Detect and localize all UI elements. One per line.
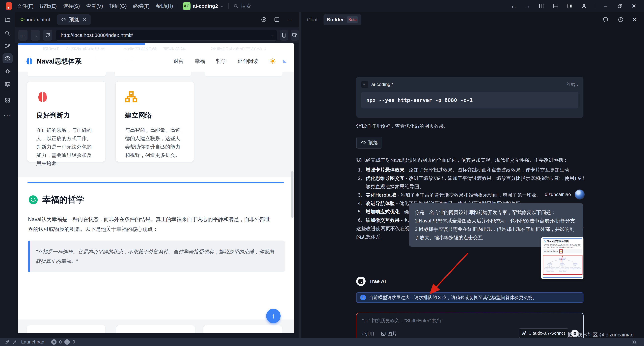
site-brand[interactable]: Naval思想体系 bbox=[25, 57, 82, 66]
preview-eye-icon bbox=[61, 17, 66, 22]
url-text: http://localhost:8080/index.html# bbox=[61, 32, 133, 38]
preview-panel-icon[interactable] bbox=[2, 53, 12, 63]
page-scrollbar-thumb[interactable] bbox=[291, 171, 294, 218]
sun-icon[interactable] bbox=[270, 58, 276, 64]
toggle-right-sidebar-icon[interactable] bbox=[566, 3, 573, 9]
assistant-header: Trae AI bbox=[356, 277, 386, 286]
beta-badge: Beta bbox=[347, 16, 358, 23]
info-icon: i bbox=[360, 295, 366, 300]
toggle-bottom-panel-icon[interactable] bbox=[552, 3, 559, 9]
browser-forward-button[interactable]: → bbox=[31, 30, 40, 40]
notifications-muted-icon[interactable] bbox=[632, 339, 637, 345]
menu-selection[interactable]: 选择(S) bbox=[63, 3, 80, 9]
notice-text: 当前模型请求量过大，请求排队约 3 位，请稍候或切换至其他模型问答体验更流畅。 bbox=[369, 295, 537, 301]
terminal-icon[interactable] bbox=[2, 79, 12, 89]
list-item: 1.增强卡片悬停效果 - 添加了光泽扫过效果、图标弹跳动画和点击波纹效果，使卡片… bbox=[356, 166, 584, 174]
section-divider bbox=[28, 182, 284, 183]
smiley-icon bbox=[28, 195, 38, 205]
divider bbox=[543, 238, 582, 239]
launchpad-button[interactable]: Launchpad bbox=[21, 339, 44, 345]
image-button[interactable]: 图片 bbox=[381, 331, 397, 337]
attachment-thumbnail[interactable]: Naval思想体系导图 以下思维导图展示了Naval思想体系的主要组成部分及其相… bbox=[541, 237, 584, 279]
tab-index-html[interactable]: <> index.html bbox=[15, 14, 54, 25]
history-back-button[interactable]: ← bbox=[510, 3, 517, 9]
minimize-button[interactable]: – bbox=[602, 3, 609, 9]
search-icon[interactable] bbox=[2, 28, 12, 38]
errors-count[interactable]: 0 bbox=[59, 339, 62, 345]
menu-file[interactable]: 文件(F) bbox=[17, 3, 34, 9]
menu-help[interactable]: 帮助(H) bbox=[156, 3, 173, 9]
chevron-down-icon: ⌄ bbox=[220, 4, 224, 8]
nav-philosophy[interactable]: 哲学 bbox=[216, 58, 226, 65]
extensions-icon[interactable] bbox=[2, 95, 12, 105]
close-panel-icon[interactable]: ✕ bbox=[632, 16, 637, 23]
tab-builder[interactable]: Builder Beta bbox=[324, 14, 361, 25]
url-history-chevron-icon[interactable]: ⌄ bbox=[270, 33, 274, 37]
warnings-count[interactable]: 0 bbox=[72, 339, 75, 345]
ai-chat-panel: Chat Builder Beta ✕ >_ ai-coding2 终端 › n… bbox=[301, 12, 644, 338]
nav-reading[interactable]: 延伸阅读 bbox=[238, 58, 258, 65]
url-input[interactable]: http://localhost:8080/index.html# ⌄ bbox=[56, 30, 277, 40]
close-window-button[interactable]: ✕ bbox=[630, 3, 637, 9]
card-bottom-stub bbox=[114, 72, 191, 76]
workspace-name: ai-coding2 bbox=[193, 3, 218, 9]
card-title: 良好判断力 bbox=[36, 111, 96, 120]
tab-preview[interactable]: 预览 ✕ bbox=[57, 14, 91, 25]
moon-icon[interactable] bbox=[282, 58, 288, 64]
quote-block: "幸福是一种选择。它是内心平静的状态，不依赖于外部条件。当你学会接受现实，摆脱欲… bbox=[28, 241, 284, 272]
attachment-toolbar-title: Naval思想体系全景图 bbox=[544, 250, 558, 253]
code-file-icon: <> bbox=[20, 17, 24, 22]
explorer-icon[interactable] bbox=[2, 15, 12, 25]
debug-icon[interactable] bbox=[2, 66, 12, 76]
account-icon[interactable] bbox=[580, 3, 587, 9]
history-icon[interactable] bbox=[618, 16, 624, 23]
chat-input-border: "↑↓" 切换历史输入，"Shift+Enter" 换行 #引用 图片 A\ C… bbox=[356, 313, 584, 342]
browser-back-button[interactable]: ← bbox=[18, 30, 28, 40]
card-judgment: 良好判断力 在正确的领域，与正确的人，以正确的方式工作。判断力是一种无法外包的能… bbox=[27, 81, 106, 162]
workspace-badge: AC bbox=[183, 2, 190, 10]
browser-refresh-button[interactable] bbox=[43, 30, 52, 40]
builder-label: Builder bbox=[326, 17, 344, 22]
restore-button[interactable] bbox=[616, 3, 623, 9]
user-message-line: 你是一名专业的网页设计师和前端开发专家，帮我修复以下问题： bbox=[415, 208, 578, 217]
panel-splitter[interactable] bbox=[299, 12, 301, 338]
terminal-command[interactable]: npx --yes http-server -p 8080 -c-1 bbox=[361, 92, 578, 108]
reference-button[interactable]: #引用 bbox=[362, 331, 374, 337]
open-terminal-link[interactable]: 终端 › bbox=[566, 81, 578, 87]
activity-bar: ··· bbox=[0, 12, 15, 338]
menu-terminal[interactable]: 终端(T) bbox=[133, 3, 150, 9]
editor-tab-bar: <> index.html 预览 ✕ ··· bbox=[15, 12, 299, 27]
menu-bar: 文件(F) 编辑(E) 选择(S) 查看(V) 转到(G) 终端(T) 帮助(H… bbox=[17, 3, 173, 9]
back-to-top-button[interactable]: ↑ bbox=[266, 309, 280, 323]
card-acceptance: 接受现实 接受你无法改变的事物，专注于你能够控制的事 bbox=[116, 325, 195, 333]
editor-more-icon[interactable]: ··· bbox=[287, 17, 292, 22]
new-chat-icon[interactable] bbox=[603, 16, 609, 23]
responsive-device-icon[interactable] bbox=[291, 30, 299, 40]
terminal-prompt-icon: >_ bbox=[361, 81, 368, 88]
avatar[interactable] bbox=[574, 189, 585, 200]
open-preview-button[interactable]: 预览 bbox=[356, 137, 382, 149]
menu-edit[interactable]: 编辑(E) bbox=[40, 3, 57, 9]
divider bbox=[178, 3, 178, 9]
model-selector[interactable]: A\ Claude-3.7-Sonnet bbox=[519, 328, 568, 338]
nav-wealth[interactable]: 财富 bbox=[173, 58, 184, 65]
close-tab-icon[interactable]: ✕ bbox=[83, 17, 86, 22]
more-actions-icon[interactable]: ··· bbox=[2, 110, 12, 120]
mobile-view-icon[interactable] bbox=[280, 30, 288, 40]
chat-input[interactable]: "↑↓" 切换历史输入，"Shift+Enter" 换行 #引用 图片 A\ C… bbox=[356, 313, 583, 341]
source-control-icon[interactable] bbox=[2, 41, 12, 51]
menu-view[interactable]: 查看(V) bbox=[86, 3, 103, 9]
open-in-browser-icon[interactable] bbox=[261, 17, 267, 22]
card-title: 建立网络 bbox=[125, 111, 185, 120]
nav-happiness[interactable]: 幸福 bbox=[195, 58, 205, 65]
toggle-left-sidebar-icon[interactable] bbox=[538, 3, 545, 9]
menu-go[interactable]: 转到(G) bbox=[109, 3, 126, 9]
history-forward-button[interactable]: → bbox=[524, 3, 531, 9]
tab-chat[interactable]: Chat bbox=[307, 17, 318, 22]
split-editor-icon[interactable] bbox=[274, 17, 280, 22]
divider bbox=[543, 278, 582, 278]
rocket-icon bbox=[5, 340, 10, 345]
preview-button-label: 预览 bbox=[368, 139, 378, 146]
global-search[interactable]: 搜索 bbox=[234, 3, 251, 9]
workspace-switcher[interactable]: AC ai-coding2 ⌄ bbox=[183, 2, 224, 10]
